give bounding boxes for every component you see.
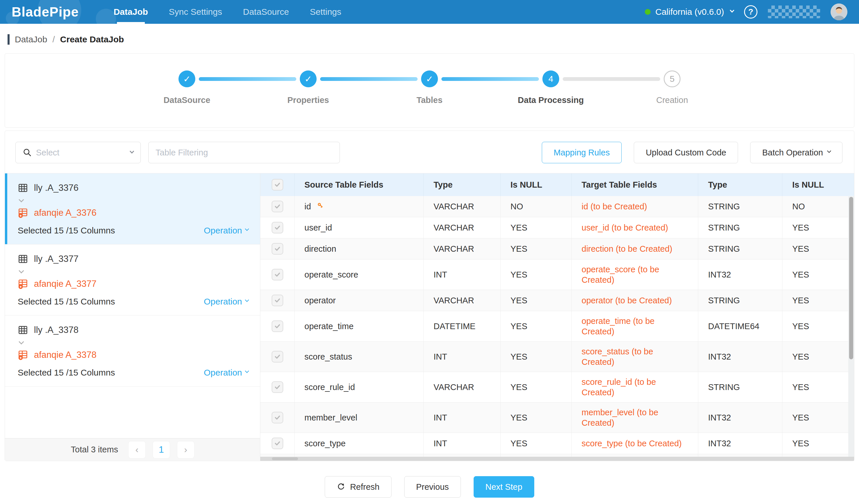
table-pair-item[interactable]: lly .A_3377 bbox=[5, 245, 260, 315]
avatar-image bbox=[831, 3, 847, 20]
table-filtering-field[interactable] bbox=[148, 142, 340, 163]
help-icon[interactable]: ? bbox=[744, 5, 757, 18]
target-null-cell: YES bbox=[782, 433, 854, 454]
row-checkbox[interactable] bbox=[272, 269, 283, 280]
vertical-scrollbar-thumb[interactable] bbox=[849, 197, 853, 359]
search-icon bbox=[22, 148, 32, 157]
total-items-label: Total 3 items bbox=[71, 445, 118, 454]
source-field-name: score_status bbox=[304, 351, 352, 362]
table-row: user_id bbox=[260, 217, 854, 238]
select-dropdown[interactable] bbox=[15, 142, 141, 163]
row-checkbox[interactable] bbox=[272, 381, 283, 393]
horizontal-scrollbar-thumb[interactable] bbox=[272, 457, 298, 460]
wizard-step: 5 Creation bbox=[664, 70, 680, 87]
step-label: Properties bbox=[287, 95, 329, 105]
source-field-cell: score_rule_id bbox=[295, 372, 424, 402]
row-checkbox[interactable] bbox=[272, 412, 283, 423]
chevron-down-icon bbox=[245, 227, 249, 231]
source-table-icon bbox=[18, 183, 28, 193]
chevron-down-icon bbox=[130, 149, 134, 153]
operation-label: Operation bbox=[204, 368, 242, 378]
check-icon bbox=[274, 384, 281, 391]
row-checkbox[interactable] bbox=[272, 438, 283, 449]
nav-tab[interactable]: Settings bbox=[310, 0, 341, 24]
table-row: operate_time bbox=[260, 311, 854, 342]
toolbar-actions: Mapping Rules Upload Custom Code Batch O… bbox=[542, 142, 842, 163]
operation-dropdown[interactable]: Operation bbox=[204, 297, 248, 306]
row-checkbox[interactable] bbox=[272, 320, 283, 332]
row-checkbox-cell bbox=[260, 311, 295, 341]
row-checkbox[interactable] bbox=[272, 243, 283, 255]
target-type-cell: INT32 bbox=[698, 433, 782, 454]
select-input[interactable] bbox=[36, 148, 114, 157]
step-mark: 4 bbox=[548, 74, 554, 84]
table-pair-item[interactable]: lly .A_3378 bbox=[5, 315, 260, 387]
pagination-prev-button[interactable]: ‹ bbox=[129, 441, 146, 458]
row-checkbox-cell bbox=[260, 342, 295, 372]
source-field-name: operate_time bbox=[304, 321, 353, 331]
refresh-button[interactable]: Refresh bbox=[325, 476, 391, 498]
column-header: Type bbox=[698, 173, 782, 196]
step-circle: ✓ bbox=[421, 70, 438, 87]
row-checkbox-cell bbox=[260, 290, 295, 311]
app-logo: BladePipe bbox=[12, 4, 79, 20]
row-checkbox[interactable] bbox=[272, 222, 283, 234]
mapping-rules-button[interactable]: Mapping Rules bbox=[542, 142, 622, 163]
step-mark: 5 bbox=[670, 74, 675, 84]
selected-columns-info: Selected 15 /15 Columns bbox=[18, 226, 115, 235]
row-checkbox-cell bbox=[260, 403, 295, 433]
target-null-cell: YES bbox=[782, 372, 854, 402]
table-pair-item[interactable]: lly .A_3376 bbox=[5, 173, 260, 245]
operation-dropdown[interactable]: Operation bbox=[204, 226, 248, 235]
batch-operation-button[interactable]: Batch Operation bbox=[750, 142, 842, 163]
main-nav: DataJob Sync Settings DataSource Setting… bbox=[114, 0, 341, 24]
source-type-cell: VARCHAR bbox=[424, 290, 501, 311]
select-all-checkbox[interactable] bbox=[272, 179, 283, 190]
table-filtering-input[interactable] bbox=[155, 148, 333, 157]
nav-tab[interactable]: Sync Settings bbox=[169, 0, 222, 24]
primary-key-icon bbox=[315, 202, 324, 211]
data-processing-panel: Mapping Rules Upload Custom Code Batch O… bbox=[5, 130, 854, 461]
step-label: Creation bbox=[656, 95, 688, 105]
source-field-name: score_rule_id bbox=[304, 382, 355, 392]
target-field-cell: score_status (to be Created) bbox=[572, 342, 698, 372]
tables-panel-filler bbox=[5, 387, 260, 438]
wizard-stepper: ✓ DataSource ✓ Properties ✓ Tables bbox=[5, 53, 854, 128]
bottom-actions: Refresh Previous Next Step bbox=[0, 476, 859, 498]
source-null-cell: YES bbox=[501, 433, 572, 454]
previous-button[interactable]: Previous bbox=[404, 476, 461, 498]
environment-selector[interactable]: California (v0.6.0) bbox=[645, 7, 734, 17]
target-field-cell: direction (to be Created) bbox=[572, 238, 698, 259]
upload-custom-code-button[interactable]: Upload Custom Code bbox=[634, 142, 738, 163]
target-type-cell: DATETIME64 bbox=[698, 311, 782, 341]
nav-tab[interactable]: DataJob bbox=[114, 0, 148, 24]
step-connector bbox=[199, 77, 296, 81]
target-table-name: afanqie A_3378 bbox=[34, 350, 97, 360]
pagination-page-1[interactable]: 1 bbox=[153, 441, 170, 458]
table-row: direction bbox=[260, 238, 854, 259]
breadcrumb-parent[interactable]: DataJob bbox=[15, 34, 47, 44]
row-checkbox[interactable] bbox=[272, 201, 283, 212]
pagination-next-button[interactable]: › bbox=[177, 441, 194, 458]
breadcrumb: DataJob / Create DataJob bbox=[0, 24, 859, 53]
source-null-cell: NO bbox=[501, 196, 572, 217]
target-null-cell: YES bbox=[782, 290, 854, 311]
nav-tab[interactable]: DataSource bbox=[243, 0, 289, 24]
map-arrow-down-icon bbox=[19, 198, 248, 204]
row-checkbox[interactable] bbox=[272, 295, 283, 306]
avatar[interactable] bbox=[831, 3, 847, 20]
column-header: Source Table Fields bbox=[295, 173, 424, 196]
target-null-cell: YES bbox=[782, 403, 854, 433]
source-field-name: operator bbox=[304, 295, 336, 306]
steps-row: ✓ DataSource ✓ Properties ✓ Tables bbox=[5, 54, 854, 87]
step-connector bbox=[563, 77, 660, 81]
row-checkbox-cell bbox=[260, 372, 295, 402]
target-table-create-icon bbox=[18, 350, 28, 360]
next-step-button[interactable]: Next Step bbox=[473, 476, 534, 498]
decorative-bubble bbox=[96, 9, 116, 24]
row-checkbox[interactable] bbox=[272, 351, 283, 362]
target-type-cell: STRING bbox=[698, 196, 782, 217]
operation-dropdown[interactable]: Operation bbox=[204, 368, 248, 378]
step-connector bbox=[320, 77, 418, 81]
step-mark: ✓ bbox=[304, 74, 312, 84]
